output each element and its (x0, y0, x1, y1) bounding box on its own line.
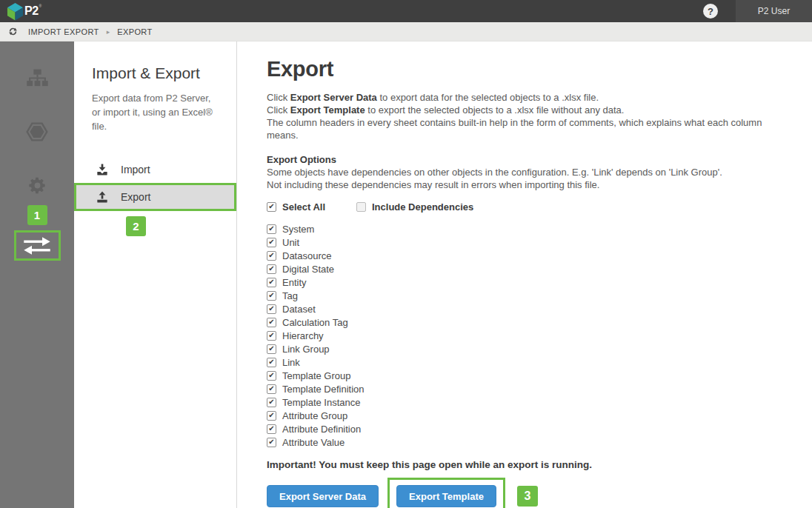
include-dependencies-checkbox[interactable] (356, 202, 366, 212)
panel-description: Export data from P2 Server, or import it… (74, 91, 236, 133)
object-checkbox[interactable] (267, 358, 276, 367)
export-upload-icon (95, 190, 110, 204)
hierarchy-icon[interactable] (26, 67, 49, 90)
export-options-heading: Export Options (267, 153, 782, 166)
page-title: Export (267, 56, 782, 82)
object-checkbox-row[interactable]: Dataset (267, 302, 782, 315)
menu-item-export-label: Export (121, 191, 150, 203)
object-checkbox-label: Datasource (282, 250, 331, 261)
object-checkbox[interactable] (267, 304, 276, 314)
import-download-icon (95, 162, 110, 177)
include-dependencies-label: Include Dependencies (372, 201, 473, 213)
object-checkbox-row[interactable]: Template Group (267, 369, 782, 382)
breadcrumb-current: EXPORT (117, 27, 152, 36)
breadcrumb-bar: IMPORT EXPORT ▸ EXPORT (0, 22, 812, 41)
object-checkbox-label: Template Instance (282, 397, 361, 408)
object-checkbox[interactable] (267, 251, 276, 261)
object-checkbox[interactable] (267, 238, 276, 247)
object-checkbox[interactable] (267, 224, 276, 234)
gear-icon[interactable] (27, 176, 47, 195)
select-all-option[interactable]: Select All (267, 201, 356, 213)
object-checkbox-row[interactable]: Attribute Group (267, 409, 782, 422)
export-server-data-button[interactable]: Export Server Data (267, 485, 379, 507)
include-dependencies-option[interactable]: Include Dependencies (356, 201, 473, 213)
menu-item-export[interactable]: Export (74, 183, 236, 211)
object-checkbox[interactable] (267, 398, 276, 407)
important-note: Important! You must keep this page open … (267, 458, 782, 472)
object-checkbox-label: Tag (282, 290, 298, 301)
object-checkbox-row[interactable]: Datasource (267, 249, 782, 262)
step-badge-2: 2 (126, 216, 146, 236)
breadcrumb-root[interactable]: IMPORT EXPORT (28, 27, 99, 36)
object-checkbox-label: Link (282, 357, 300, 368)
object-checkbox[interactable] (267, 331, 276, 341)
import-export-panel: Import & Export Export data from P2 Serv… (74, 41, 237, 508)
left-sidebar: 1 (0, 41, 74, 508)
object-checkbox-label: Template Definition (282, 384, 365, 395)
p2-logo: P2 ® (7, 2, 41, 21)
object-checkbox[interactable] (267, 424, 276, 434)
menu-item-import[interactable]: Import (74, 156, 236, 183)
content-area: 1 Import & Export Export data from P2 Se… (0, 41, 812, 508)
object-checkbox-label: Link Group (282, 344, 330, 355)
object-checkbox-list: System Unit Datasource Digital State Ent… (267, 222, 782, 449)
object-checkbox-row[interactable]: Link Group (267, 342, 782, 355)
object-checkbox-label: Attribute Definition (282, 424, 361, 435)
intro-text: Click Export Server Data to export data … (267, 91, 782, 141)
object-checkbox-row[interactable]: Unit (267, 235, 782, 249)
select-all-label: Select All (282, 201, 325, 213)
object-checkbox-row[interactable]: Tag (267, 289, 782, 302)
intro-line: The column headers in every sheet contai… (267, 116, 782, 141)
object-checkbox[interactable] (267, 291, 276, 301)
object-checkbox-row[interactable]: Digital State (267, 262, 782, 275)
object-checkbox[interactable] (267, 264, 276, 274)
object-checkbox[interactable] (267, 384, 276, 394)
logo-registered-mark: ® (39, 2, 42, 10)
object-checkbox-label: Attribute Value (282, 437, 345, 448)
select-all-checkbox[interactable] (267, 202, 276, 212)
object-checkbox-row[interactable]: Attribute Value (267, 435, 782, 449)
object-checkbox-label: Attribute Group (282, 410, 347, 421)
step-badge-3: 3 (517, 486, 538, 507)
object-checkbox-label: Unit (282, 237, 299, 248)
object-checkbox[interactable] (267, 438, 276, 447)
menu-item-import-label: Import (121, 164, 150, 176)
logo-text: P2 (24, 2, 39, 20)
panel-menu: Import Export (74, 156, 236, 211)
options-row: Select All Include Dependencies (267, 200, 782, 213)
options-note-line: Not including these dependencies may res… (267, 178, 782, 191)
object-checkbox[interactable] (267, 344, 276, 354)
import-export-nav-highlight[interactable] (14, 230, 61, 261)
object-checkbox-label: Template Group (282, 370, 351, 381)
export-page: Export Click Export Server Data to expor… (237, 41, 812, 508)
help-icon[interactable]: ? (703, 4, 718, 19)
p2-logo-cube-icon (7, 2, 24, 21)
top-bar: P2 ® ? P2 User (0, 0, 812, 22)
refresh-icon[interactable] (7, 26, 19, 38)
object-checkbox-label: System (282, 224, 314, 235)
step-badge-1: 1 (27, 205, 47, 225)
transfer-arrows-icon (21, 235, 53, 256)
object-checkbox-label: Calculation Tag (282, 317, 348, 328)
options-note: Some objects have dependencies on other … (267, 166, 782, 191)
object-checkbox-row[interactable]: Attribute Definition (267, 422, 782, 435)
object-checkbox-row[interactable]: Hierarchy (267, 329, 782, 342)
export-buttons-row: Export Server Data Export Template 3 (267, 478, 782, 508)
object-checkbox-row[interactable]: Entity (267, 275, 782, 289)
object-checkbox-label: Hierarchy (282, 330, 324, 341)
export-template-button[interactable]: Export Template (396, 485, 496, 507)
object-checkbox-label: Dataset (282, 304, 316, 315)
object-checkbox-row[interactable]: Link (267, 355, 782, 369)
object-checkbox-row[interactable]: Template Instance (267, 395, 782, 409)
object-checkbox[interactable] (267, 371, 276, 381)
object-checkbox-row[interactable]: Calculation Tag (267, 315, 782, 329)
object-checkbox-row[interactable]: System (267, 222, 782, 235)
intro-line: Click Export Template to export the sele… (267, 104, 782, 116)
object-checkbox[interactable] (267, 318, 276, 327)
object-checkbox[interactable] (267, 278, 276, 287)
user-menu[interactable]: P2 User (736, 0, 812, 22)
object-checkbox-row[interactable]: Template Definition (267, 382, 782, 395)
panel-title: Import & Export (74, 64, 236, 82)
hexagon-icon[interactable] (25, 120, 49, 144)
object-checkbox[interactable] (267, 411, 276, 421)
